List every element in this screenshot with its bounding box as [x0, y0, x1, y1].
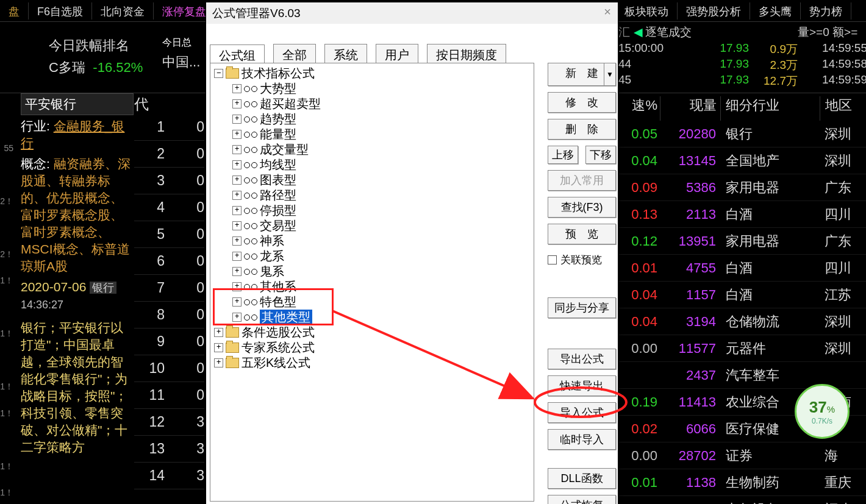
export-formula-button[interactable]: 导出公式	[548, 349, 616, 369]
table-row[interactable]: 0.0011577元器件深圳	[617, 335, 866, 362]
dll-function-button[interactable]: DLL函数	[548, 468, 616, 489]
tree-item[interactable]: +停损型	[213, 203, 534, 218]
glasses-icon	[244, 162, 257, 168]
concept-value[interactable]: 融资融券、深股通、转融券标的、优先股概念、富时罗素概念股、富时罗素概念、MSCI…	[21, 157, 131, 273]
rank-stock: C多瑞	[49, 60, 85, 75]
top-tab[interactable]: 板块联动	[616, 2, 678, 20]
tree-item[interactable]: +趋势型	[213, 112, 534, 127]
list-row[interactable]: 80	[134, 302, 204, 328]
ticker-row: 4517.9312.7万14:59:59	[618, 73, 866, 89]
formula-manager-dialog: 公式管理器V6.03 × 公式组全部系统用户按日期频度 −技术指标公式+大势型+…	[206, 2, 618, 504]
col-volume[interactable]: 现量	[660, 96, 721, 121]
checkbox-icon[interactable]	[548, 255, 557, 264]
glasses-icon	[244, 299, 257, 305]
tree-item[interactable]: +大势型	[213, 81, 534, 96]
table-row[interactable]: 0.014755白酒四川	[617, 255, 866, 282]
tree-item[interactable]: +其他类型	[213, 310, 534, 325]
tree-item[interactable]: +其他系	[213, 279, 534, 294]
tree-folder[interactable]: +条件选股公式	[213, 325, 534, 340]
glasses-icon	[244, 223, 257, 229]
col-industry[interactable]: 细分行业	[721, 96, 820, 121]
modify-button[interactable]: 修 改	[548, 92, 616, 113]
formula-tree[interactable]: −技术指标公式+大势型+超买超卖型+趋势型+能量型+成交量型+均线型+图表型+路…	[210, 63, 534, 502]
ticker-row: 15:00:0017.930.9万14:59:55	[618, 41, 866, 57]
top-tab[interactable]: 强势股分析	[678, 2, 750, 20]
dialog-titlebar[interactable]: 公式管理器V6.03 ×	[206, 2, 618, 24]
col-speed[interactable]: 速%	[617, 96, 660, 121]
table-row[interactable]: 0.0520280银行深圳	[617, 121, 866, 147]
glasses-icon	[244, 284, 257, 290]
tree-item[interactable]: +能量型	[213, 127, 534, 142]
tree-item[interactable]: +鬼系	[213, 264, 534, 279]
ticker-header: 汇◀逐笔成交	[618, 24, 692, 40]
list-row[interactable]: 100	[134, 355, 204, 382]
list-row[interactable]: 10	[134, 114, 204, 141]
top-tab[interactable]: 盘	[0, 2, 29, 20]
table-row[interactable]: 0.0413145全国地产深圳	[617, 147, 866, 174]
list-row[interactable]: 133	[134, 436, 204, 463]
move-up-button[interactable]: 上移	[548, 146, 578, 164]
table-row[interactable]: 0.0028702证券海	[617, 442, 866, 469]
tree-item[interactable]: +成交量型	[213, 142, 534, 157]
col-region[interactable]: 地区	[820, 96, 866, 121]
stock-table: 速% 现量 细分行业 地区 0.0520280银行深圳0.0413145全国地产…	[617, 96, 866, 504]
move-down-button[interactable]: 下移	[585, 146, 616, 164]
close-icon[interactable]: ×	[601, 5, 614, 18]
table-row[interactable]: 0.095386家用电器广东	[617, 174, 866, 201]
find-button[interactable]: 查找(F3)	[548, 197, 616, 218]
tree-folder[interactable]: +五彩K线公式	[213, 355, 534, 371]
network-speed-widget[interactable]: 37% 0.7K/s	[795, 384, 850, 439]
rank-title-2: 今日总	[162, 37, 211, 49]
preview-button[interactable]: 预 览	[548, 224, 616, 244]
table-row[interactable]: 0.043194仓储物流深圳	[617, 308, 866, 335]
tree-item[interactable]: +龙系	[213, 249, 534, 264]
list-row[interactable]: 143	[134, 463, 204, 489]
quick-export-button[interactable]: 快速导出	[548, 375, 616, 396]
top-tab[interactable]: F6自选股	[29, 2, 92, 20]
link-preview-checkbox[interactable]: 关联预览	[548, 253, 616, 267]
info-tag: 银行	[90, 282, 116, 294]
table-row[interactable]: 0.132113白酒四川	[617, 201, 866, 228]
glasses-icon	[244, 132, 257, 138]
temp-import-button[interactable]: 临时导入	[548, 429, 616, 450]
dialog-buttons: 新 建▼ 修 改 删 除 上移 下移 加入常用 查找(F3) 预 览 关联预览 …	[548, 63, 616, 504]
table-row[interactable]: 0.011138生物制药重庆	[617, 469, 866, 496]
dropdown-icon[interactable]: ▼	[604, 63, 615, 85]
import-formula-button[interactable]: 导入公式	[548, 402, 616, 423]
glasses-icon	[244, 314, 257, 321]
restore-formula-button[interactable]: 公式恢复	[548, 495, 616, 504]
tree-item[interactable]: +交易型	[213, 218, 534, 233]
table-row[interactable]: 0.041921电气设备福建	[617, 496, 866, 504]
tree-item[interactable]: +均线型	[213, 157, 534, 172]
tree-item[interactable]: +神系	[213, 233, 534, 249]
list-row[interactable]: 90	[134, 328, 204, 355]
speed-rate: 0.7K/s	[812, 417, 832, 425]
list-row[interactable]: 50	[134, 221, 204, 248]
top-tab[interactable]: 势力榜	[801, 2, 851, 20]
tree-item[interactable]: +特色型	[213, 294, 534, 310]
list-row[interactable]: 30	[134, 168, 204, 194]
tree-folder[interactable]: −技术指标公式	[213, 66, 534, 81]
top-tab[interactable]: 北向资金	[92, 2, 154, 20]
play-icon[interactable]: ◀	[634, 26, 643, 38]
top-tab[interactable]: 多头鹰	[750, 2, 801, 20]
list-row[interactable]: 40	[134, 194, 204, 221]
new-button[interactable]: 新 建▼	[548, 63, 616, 86]
top-tabs-right: 板块联动强势股分析多头鹰势力榜	[616, 2, 851, 20]
sync-share-button[interactable]: 同步与分享	[548, 297, 616, 318]
tree-item[interactable]: +路径型	[213, 188, 534, 203]
add-favorite-button[interactable]: 加入常用	[548, 170, 616, 191]
list-row[interactable]: 110	[134, 382, 204, 409]
delete-button[interactable]: 删 除	[548, 119, 616, 140]
list-row[interactable]: 70	[134, 275, 204, 302]
table-row[interactable]: 0.1213951家用电器广东	[617, 228, 866, 255]
info-time: 14:36:27	[21, 296, 134, 313]
tree-folder[interactable]: +专家系统公式	[213, 340, 534, 355]
table-row[interactable]: 0.041157白酒江苏	[617, 282, 866, 308]
list-row[interactable]: 20	[134, 141, 204, 168]
list-row[interactable]: 60	[134, 248, 204, 275]
tree-item[interactable]: +超买超卖型	[213, 96, 534, 112]
list-row[interactable]: 123	[134, 409, 204, 436]
stock-name[interactable]: 平安银行	[21, 93, 134, 115]
tree-item[interactable]: +图表型	[213, 172, 534, 188]
